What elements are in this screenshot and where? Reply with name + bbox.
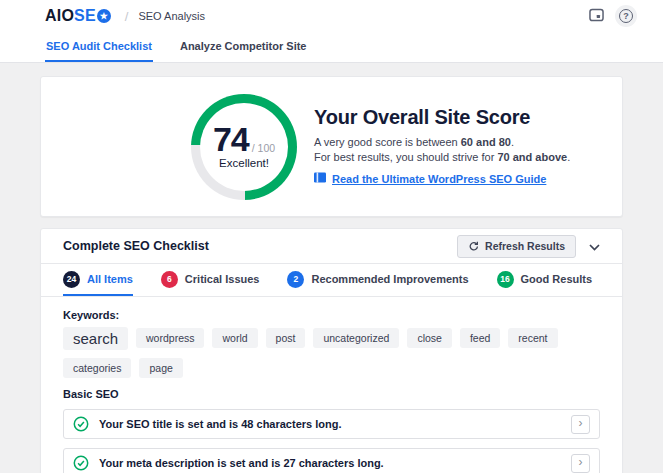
filter-tab-label: Good Results — [521, 273, 593, 285]
refresh-icon — [468, 240, 479, 253]
nav-tab[interactable]: SEO Audit Checklist — [45, 32, 153, 62]
nav-tab[interactable]: Analyze Competitor Site — [179, 32, 308, 62]
seo-analysis-page: AIOSE★ / SEO Analysis ? SEO Audit Checkl… — [0, 0, 663, 473]
filter-tab[interactable]: 2 Recommended Improvements — [287, 264, 468, 296]
score-line-1: A very good score is between 60 and 80. — [314, 136, 570, 148]
seo-guide-link-label: Read the Ultimate WordPress SEO Guide — [332, 173, 546, 185]
keyword-chip[interactable]: post — [266, 328, 306, 349]
score-number: 74 — [213, 124, 249, 155]
basic-seo-section-label: Basic SEO — [63, 388, 600, 400]
score-description: Your Overall Site Score A very good scor… — [314, 106, 570, 187]
checklist-body: Keywords: search wordpress world post un… — [41, 297, 622, 473]
site-score-card: 74 / 100 Excellent! Your Overall Site Sc… — [40, 76, 623, 217]
breadcrumb-separator: / — [125, 9, 129, 24]
result-filter-tabs: 24 All Items 6 Critical Issues 2 Recomme… — [41, 264, 622, 297]
help-button[interactable]: ? — [615, 5, 637, 27]
chevron-down-icon — [589, 239, 600, 254]
score-max: / 100 — [252, 142, 275, 154]
help-icon: ? — [619, 9, 633, 23]
checklist-item-text: Your meta description is set and is 27 c… — [99, 457, 384, 469]
header-actions: ? — [589, 5, 637, 27]
aioseo-gear-star-icon: ★ — [97, 9, 111, 23]
count-badge: 16 — [497, 271, 514, 288]
notifications-button[interactable] — [589, 8, 604, 25]
keyword-chip[interactable]: categories — [63, 358, 131, 379]
keyword-chip[interactable]: recent — [508, 328, 557, 349]
filter-tab[interactable]: 24 All Items — [63, 264, 133, 296]
notifications-icon — [589, 8, 604, 25]
checklist-title: Complete SEO Checklist — [63, 239, 209, 253]
filter-tab-label: All Items — [87, 273, 133, 285]
refresh-results-button[interactable]: Refresh Results — [457, 235, 576, 258]
site-score-value: 74 / 100 Excellent! — [200, 103, 288, 191]
keyword-chip[interactable]: wordpress — [136, 328, 204, 349]
main-nav-tabs: SEO Audit Checklist Analyze Competitor S… — [0, 32, 663, 63]
logo-text-dark: AIO — [45, 7, 74, 25]
collapse-card-button[interactable] — [589, 239, 600, 254]
score-title: Your Overall Site Score — [314, 106, 570, 129]
aioseo-logo: AIOSE★ — [45, 7, 111, 25]
keyword-chip[interactable]: feed — [460, 328, 500, 349]
count-badge: 24 — [63, 271, 80, 288]
book-icon — [314, 172, 326, 185]
site-score-ring: 74 / 100 Excellent! — [191, 94, 297, 200]
count-badge: 6 — [161, 271, 178, 288]
check-circle-icon — [73, 416, 89, 432]
count-badge: 2 — [287, 271, 304, 288]
keyword-chip[interactable]: close — [407, 328, 452, 349]
content-area: 74 / 100 Excellent! Your Overall Site Sc… — [0, 63, 663, 473]
checklist-header: Complete SEO Checklist Refresh Results — [41, 229, 622, 264]
checklist-header-actions: Refresh Results — [457, 235, 600, 258]
filter-tab-label: Critical Issues — [185, 273, 260, 285]
keyword-chip[interactable]: page — [139, 358, 182, 379]
refresh-results-label: Refresh Results — [485, 240, 565, 252]
keyword-chip[interactable]: uncategorized — [313, 328, 399, 349]
expand-item-button[interactable]: › — [571, 454, 590, 473]
score-rating-label: Excellent! — [219, 157, 269, 169]
logo-text-blue: SE — [74, 7, 96, 25]
keywords-label: Keywords: — [63, 309, 600, 322]
filter-tab[interactable]: 6 Critical Issues — [161, 264, 260, 296]
filter-tab[interactable]: 16 Good Results — [497, 264, 593, 296]
keyword-chip[interactable]: world — [212, 328, 257, 349]
score-line-2: For best results, you should strive for … — [314, 151, 570, 163]
seo-checklist-card: Complete SEO Checklist Refresh Results — [40, 228, 623, 473]
app-header: AIOSE★ / SEO Analysis ? — [0, 0, 663, 32]
expand-item-button[interactable]: › — [571, 415, 590, 434]
keyword-chip[interactable]: search — [63, 327, 128, 350]
check-circle-icon — [73, 455, 89, 471]
seo-guide-link[interactable]: Read the Ultimate WordPress SEO Guide — [314, 172, 546, 185]
checklist-item: Your meta description is set and is 27 c… — [63, 448, 600, 473]
breadcrumb: SEO Analysis — [138, 10, 205, 22]
filter-tab-label: Recommended Improvements — [311, 273, 468, 285]
checklist-items: Your SEO title is set and is 48 characte… — [63, 409, 600, 473]
checklist-item: Your SEO title is set and is 48 characte… — [63, 409, 600, 439]
checklist-item-text: Your SEO title is set and is 48 characte… — [99, 418, 342, 430]
keyword-cloud: search wordpress world post uncategorize… — [63, 327, 600, 379]
